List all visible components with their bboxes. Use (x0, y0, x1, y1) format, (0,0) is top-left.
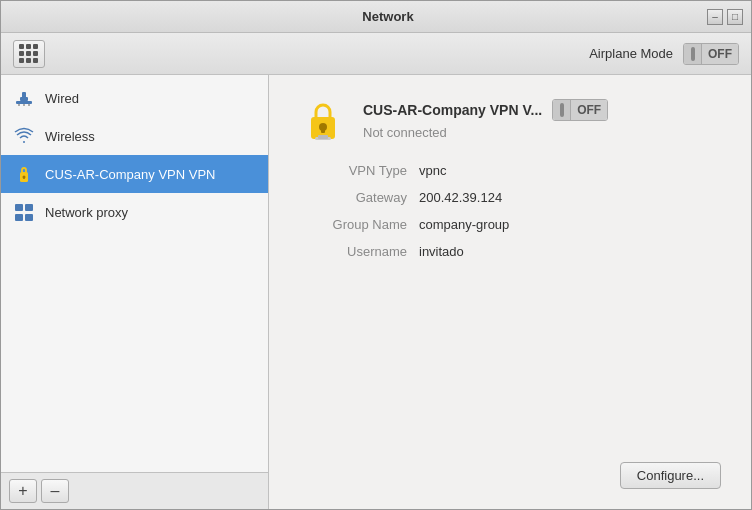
sidebar-footer: + – (1, 472, 268, 509)
detail-panel: CUS-AR-Company VPN V... OFF Not connecte… (269, 75, 751, 509)
detail-header: CUS-AR-Company VPN V... OFF Not connecte… (299, 95, 721, 143)
vpn-type-label: VPN Type (299, 163, 419, 178)
svg-rect-5 (28, 104, 30, 106)
group-name-label: Group Name (299, 217, 419, 232)
apps-button[interactable] (13, 40, 45, 68)
airplane-mode-label: Airplane Mode (589, 46, 673, 61)
sidebar: Wired Wireless (1, 75, 269, 509)
maximize-button[interactable]: □ (727, 9, 743, 25)
wireless-icon (13, 125, 35, 147)
username-value: invitado (419, 244, 721, 259)
sidebar-item-wireless[interactable]: Wireless (1, 117, 268, 155)
svg-rect-3 (18, 104, 20, 106)
airplane-toggle-state: OFF (702, 44, 738, 64)
window-controls: – □ (707, 9, 743, 25)
svg-rect-10 (25, 204, 33, 211)
detail-fields: VPN Type vpnc Gateway 200.42.39.124 Grou… (299, 163, 721, 259)
svg-rect-11 (15, 214, 23, 221)
vpn-toggle-state: OFF (571, 100, 607, 120)
svg-rect-9 (15, 204, 23, 211)
detail-vpn-icon (299, 95, 347, 143)
airplane-mode-toggle[interactable]: OFF (683, 43, 739, 65)
sidebar-list: Wired Wireless (1, 75, 268, 472)
add-connection-button[interactable]: + (9, 479, 37, 503)
apps-icon (19, 44, 39, 64)
main-content: Wired Wireless (1, 75, 751, 509)
svg-rect-15 (321, 128, 325, 133)
gateway-label: Gateway (299, 190, 419, 205)
wired-icon (13, 87, 35, 109)
svg-rect-8 (23, 177, 24, 179)
svg-rect-4 (23, 104, 25, 106)
detail-status: Not connected (363, 125, 721, 140)
titlebar: Network – □ (1, 1, 751, 33)
detail-footer: Configure... (299, 446, 721, 489)
sidebar-item-wired[interactable]: Wired (1, 79, 268, 117)
sidebar-item-vpn[interactable]: CUS-AR-Company VPN VPN (1, 155, 268, 193)
sidebar-item-vpn-label: CUS-AR-Company VPN VPN (45, 167, 216, 182)
username-label: Username (299, 244, 419, 259)
gateway-value: 200.42.39.124 (419, 190, 721, 205)
sidebar-item-proxy-label: Network proxy (45, 205, 128, 220)
network-window: Network – □ Airplane Mode OFF (0, 0, 752, 510)
detail-title: CUS-AR-Company VPN V... (363, 102, 542, 118)
minimize-button[interactable]: – (707, 9, 723, 25)
svg-rect-2 (22, 92, 26, 98)
proxy-icon (13, 201, 35, 223)
svg-rect-0 (16, 101, 32, 104)
sidebar-vpn-icon (13, 163, 35, 185)
vpn-type-value: vpnc (419, 163, 721, 178)
sidebar-item-wireless-label: Wireless (45, 129, 95, 144)
remove-connection-button[interactable]: – (41, 479, 69, 503)
window-title: Network (69, 9, 707, 24)
svg-rect-12 (25, 214, 33, 221)
svg-rect-17 (318, 135, 328, 139)
group-name-value: company-group (419, 217, 721, 232)
sidebar-item-wired-label: Wired (45, 91, 79, 106)
configure-button[interactable]: Configure... (620, 462, 721, 489)
sidebar-item-proxy[interactable]: Network proxy (1, 193, 268, 231)
vpn-toggle[interactable]: OFF (552, 99, 608, 121)
toolbar: Airplane Mode OFF (1, 33, 751, 75)
